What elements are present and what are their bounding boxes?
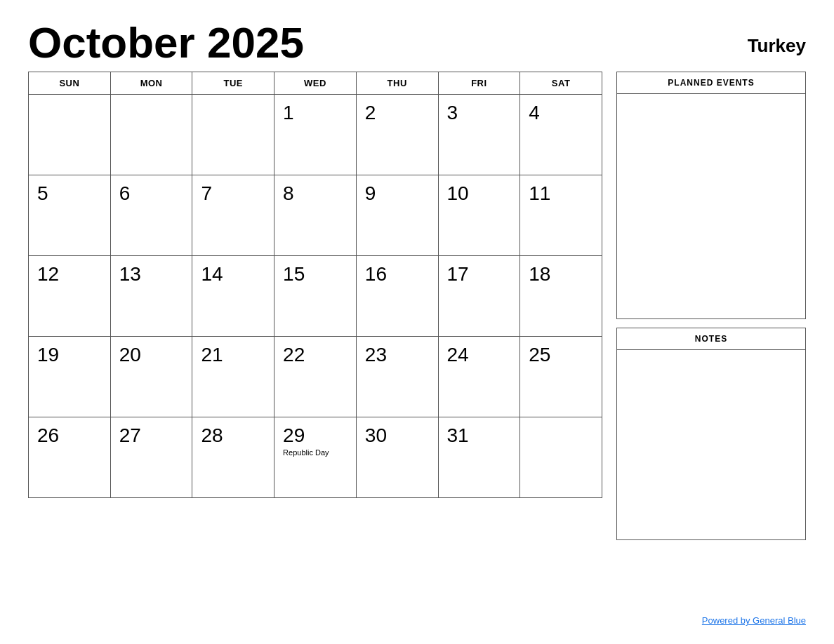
day-number: 2: [365, 102, 430, 124]
month-title: October 2025: [28, 21, 304, 65]
calendar-section: SUNMONTUEWEDTHUFRISAT 123456789101112131…: [28, 72, 602, 540]
powered-by-link[interactable]: Powered by General Blue: [702, 615, 806, 626]
calendar-cell: [29, 95, 111, 175]
calendar-cell: 26: [29, 417, 111, 498]
weekday-header-thu: THU: [356, 72, 438, 95]
calendar-week-3: 12131415161718: [29, 256, 602, 337]
day-number: 31: [447, 424, 512, 447]
notes-content: [617, 350, 805, 539]
day-number: 11: [529, 182, 593, 205]
day-number: 5: [37, 182, 102, 205]
sidebar: PLANNED EVENTS NOTES: [616, 72, 806, 540]
calendar-cell: 10: [438, 175, 520, 256]
weekday-header-wed: WED: [274, 72, 357, 95]
day-number: 26: [37, 424, 102, 447]
calendar-cell: 23: [356, 337, 438, 417]
notes-box: NOTES: [616, 328, 806, 540]
page: October 2025 Turkey SUNMONTUEWEDTHUFRISA…: [0, 0, 834, 644]
calendar-week-2: 567891011: [29, 175, 602, 256]
day-number: 4: [529, 102, 593, 124]
calendar-cell: 20: [110, 337, 192, 417]
day-number: 16: [365, 263, 430, 286]
calendar-cell: 27: [110, 417, 192, 498]
calendar-cell: [192, 95, 274, 175]
weekday-header-row: SUNMONTUEWEDTHUFRISAT: [29, 72, 602, 95]
weekday-header-mon: MON: [110, 72, 192, 95]
calendar-cell: 6: [110, 175, 192, 256]
calendar-cell: 2: [356, 95, 438, 175]
weekday-header-tue: TUE: [192, 72, 274, 95]
calendar-cell: 17: [438, 256, 520, 337]
calendar-cell: 18: [520, 256, 602, 337]
day-number: 21: [201, 344, 265, 366]
calendar-cell: 16: [356, 256, 438, 337]
header: October 2025 Turkey: [28, 21, 806, 65]
day-number: 3: [447, 102, 512, 124]
calendar-cell: 25: [520, 337, 602, 417]
holiday-name: Republic Day: [283, 448, 348, 457]
day-number: 30: [365, 424, 430, 447]
calendar-cell: 3: [438, 95, 520, 175]
calendar-cell: 8: [274, 175, 357, 256]
calendar-cell: [110, 95, 192, 175]
day-number: 20: [119, 344, 184, 366]
calendar-cell: [520, 417, 602, 498]
calendar-table: SUNMONTUEWEDTHUFRISAT 123456789101112131…: [28, 72, 602, 498]
day-number: 1: [283, 102, 348, 124]
main-content: SUNMONTUEWEDTHUFRISAT 123456789101112131…: [28, 72, 806, 540]
day-number: 27: [119, 424, 184, 447]
day-number: 7: [201, 182, 265, 205]
day-number: 24: [447, 344, 512, 366]
weekday-header-fri: FRI: [438, 72, 520, 95]
calendar-cell: 13: [110, 256, 192, 337]
day-number: 29: [283, 424, 348, 447]
calendar-week-1: 1234: [29, 95, 602, 175]
calendar-cell: 1: [274, 95, 357, 175]
calendar-cell: 21: [192, 337, 274, 417]
day-number: 13: [119, 263, 184, 286]
planned-events-content: [617, 94, 805, 318]
day-number: 12: [37, 263, 102, 286]
calendar-cell: 9: [356, 175, 438, 256]
calendar-week-4: 19202122232425: [29, 337, 602, 417]
day-number: 23: [365, 344, 430, 366]
day-number: 9: [365, 182, 430, 205]
day-number: 15: [283, 263, 348, 286]
calendar-cell: 7: [192, 175, 274, 256]
calendar-cell: 19: [29, 337, 111, 417]
calendar-cell: 14: [192, 256, 274, 337]
calendar-cell: 31: [438, 417, 520, 498]
calendar-cell: 24: [438, 337, 520, 417]
calendar-cell: 4: [520, 95, 602, 175]
calendar-cell: 5: [29, 175, 111, 256]
calendar-cell: 28: [192, 417, 274, 498]
weekday-header-sun: SUN: [29, 72, 111, 95]
day-number: 19: [37, 344, 102, 366]
calendar-cell: 11: [520, 175, 602, 256]
day-number: 25: [529, 344, 593, 366]
calendar-week-5: 26272829Republic Day3031: [29, 417, 602, 498]
footer: Powered by General Blue: [702, 614, 806, 626]
country-title: Turkey: [748, 21, 806, 57]
notes-header: NOTES: [617, 328, 805, 350]
day-number: 17: [447, 263, 512, 286]
calendar-cell: 29Republic Day: [274, 417, 357, 498]
day-number: 14: [201, 263, 265, 286]
calendar-cell: 12: [29, 256, 111, 337]
calendar-cell: 22: [274, 337, 357, 417]
calendar-cell: 30: [356, 417, 438, 498]
planned-events-header: PLANNED EVENTS: [617, 72, 805, 94]
calendar-cell: 15: [274, 256, 357, 337]
weekday-header-sat: SAT: [520, 72, 602, 95]
day-number: 6: [119, 182, 184, 205]
day-number: 8: [283, 182, 348, 205]
day-number: 28: [201, 424, 265, 447]
day-number: 10: [447, 182, 512, 205]
day-number: 18: [529, 263, 593, 286]
planned-events-box: PLANNED EVENTS: [616, 72, 806, 319]
day-number: 22: [283, 344, 348, 366]
